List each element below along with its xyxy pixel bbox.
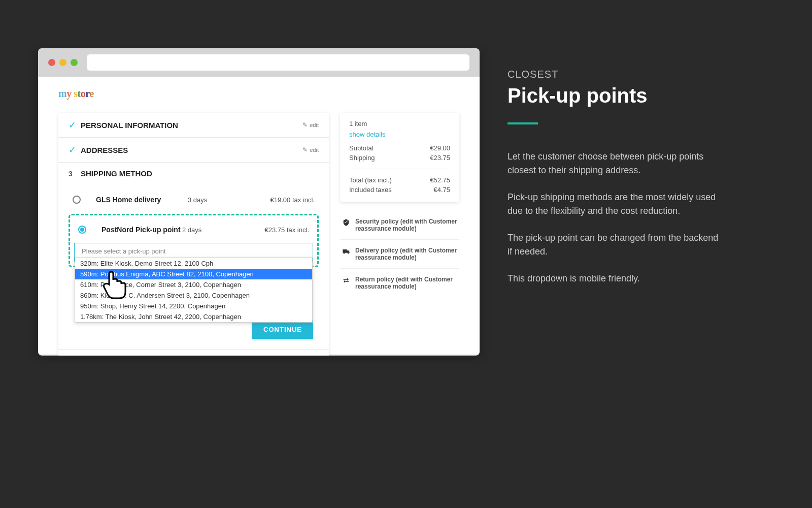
- edit-link[interactable]: edit: [302, 146, 319, 153]
- checkout-sidebar: 1 item show details Subtotal€29.00Shippi…: [340, 113, 459, 356]
- pickup-dropdown[interactable]: Please select a pick-up point 320m: Elit…: [74, 243, 313, 262]
- step-title: PERSONAL INFORMATION: [81, 121, 302, 130]
- eyebrow: CLOSEST: [507, 69, 721, 80]
- summary-total-row: Total (tax incl.)€52.75: [349, 175, 450, 185]
- maximize-icon[interactable]: [71, 59, 78, 66]
- svg-point-0: [344, 252, 345, 254]
- check-icon: ✓: [69, 144, 81, 155]
- page-content: my store ✓ PERSONAL INFORMATION edit ✓: [38, 77, 480, 355]
- dropdown-placeholder: Please select a pick-up point: [82, 247, 306, 257]
- shipping-option-gls[interactable]: GLS Home delivery 3 days €19.00 tax incl…: [69, 189, 319, 210]
- shipping-option-postnord[interactable]: PostNord Pick-up point 2 days €23.75 tax…: [74, 219, 313, 240]
- pickup-option[interactable]: 610m: Post Office, Corner Street 3, 2100…: [75, 279, 312, 290]
- feature-description: CLOSEST Pick-up points Let the customer …: [507, 48, 721, 356]
- order-summary: 1 item show details Subtotal€29.00Shippi…: [340, 113, 459, 202]
- step-payment[interactable]: 4 PAYMENT: [58, 350, 329, 356]
- shipping-days: 3 days: [188, 196, 254, 204]
- radio-icon[interactable]: [73, 196, 81, 204]
- pickup-option[interactable]: 320m: Elite Kiosk, Demo Street 12, 2100 …: [75, 258, 312, 269]
- svg-point-1: [348, 252, 349, 254]
- continue-button[interactable]: CONTINUE: [252, 320, 313, 339]
- shipping-name: PostNord Pick-up point: [101, 226, 182, 234]
- feature-paragraph: Let the customer choose between pick-up …: [507, 150, 721, 177]
- feature-paragraph: The pick-up point can be changed from th…: [507, 231, 721, 259]
- summary-total-row: Included taxes€4.75: [349, 185, 450, 195]
- step-shipping: 3 SHIPPING METHOD GLS Home delivery 3 da…: [58, 163, 329, 350]
- pickup-options-list: 320m: Elite Kiosk, Demo Street 12, 2100 …: [75, 258, 313, 323]
- radio-icon[interactable]: [78, 226, 86, 234]
- show-details-link[interactable]: show details: [349, 131, 450, 138]
- policy-item[interactable]: Security policy (edit with Customer reas…: [340, 211, 459, 240]
- summary-items: 1 item: [349, 120, 450, 128]
- underline-decoration: [507, 122, 538, 124]
- pickup-option[interactable]: 590m: Posthus Enigma, ABC Street 82, 210…: [75, 269, 312, 279]
- step-addresses[interactable]: ✓ ADDRESSES edit: [58, 138, 329, 163]
- policy-item[interactable]: Delivery policy (edit with Customer reas…: [340, 240, 459, 269]
- pickup-option[interactable]: 1.78km: The Kiosk, John Street 42, 2200,…: [75, 311, 312, 322]
- shield-icon: [342, 218, 350, 228]
- store-logo[interactable]: my store: [58, 88, 459, 100]
- step-number: 3: [69, 170, 81, 178]
- truck-icon: [342, 247, 350, 257]
- pickup-option[interactable]: 860m: Kiosk, H. C. Andersen Street 3, 21…: [75, 290, 312, 301]
- step-personal[interactable]: ✓ PERSONAL INFORMATION edit: [58, 113, 329, 138]
- url-bar[interactable]: [87, 54, 469, 71]
- policy-list: Security policy (edit with Customer reas…: [340, 211, 459, 297]
- policy-text: Return policy (edit with Customer reassu…: [355, 276, 457, 290]
- step-title: SHIPPING METHOD: [81, 169, 319, 178]
- pickup-option[interactable]: 950m: Shop, Henry Street 14, 2200, Copen…: [75, 301, 312, 311]
- summary-row: Subtotal€29.00: [349, 143, 450, 153]
- feature-paragraph: Pick-up shipping methods are the most wi…: [507, 190, 721, 218]
- shipping-price: €23.75 tax incl.: [248, 226, 309, 234]
- close-icon[interactable]: [48, 59, 55, 66]
- policy-item[interactable]: Return policy (edit with Customer reassu…: [340, 269, 459, 297]
- policy-text: Delivery policy (edit with Customer reas…: [355, 247, 457, 261]
- browser-window: my store ✓ PERSONAL INFORMATION edit ✓: [38, 48, 480, 356]
- swap-icon: [342, 276, 350, 286]
- browser-titlebar: [38, 48, 480, 77]
- shipping-price: €19.00 tax incl.: [254, 196, 315, 204]
- edit-link[interactable]: edit: [302, 121, 319, 129]
- side-title: Pick-up points: [507, 84, 721, 107]
- check-icon: ✓: [69, 119, 81, 131]
- summary-row: Shipping€23.75: [349, 153, 450, 163]
- step-title: ADDRESSES: [81, 146, 302, 154]
- checkout-main: ✓ PERSONAL INFORMATION edit ✓ ADDRESSES …: [58, 113, 329, 356]
- policy-text: Security policy (edit with Customer reas…: [355, 218, 457, 232]
- minimize-icon[interactable]: [59, 59, 66, 66]
- shipping-days: 2 days: [182, 226, 248, 234]
- feature-paragraph: This dropdown is mobile friendly.: [507, 272, 721, 285]
- shipping-name: GLS Home delivery: [96, 196, 188, 204]
